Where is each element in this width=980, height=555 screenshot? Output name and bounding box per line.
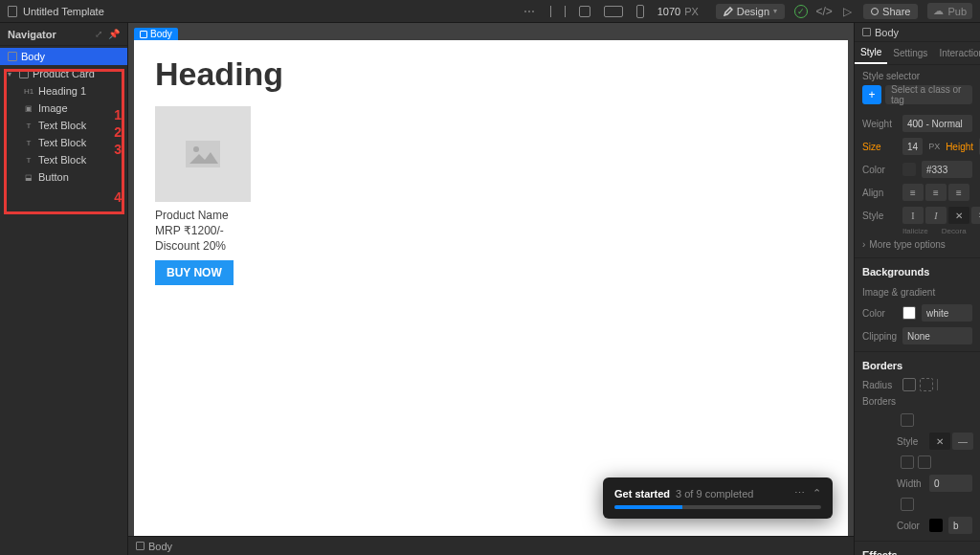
style-panel: Body Style Settings Interactions Style s…	[854, 23, 980, 555]
box-icon	[8, 52, 17, 61]
clipping-select[interactable]: None	[902, 327, 972, 344]
box-icon	[140, 31, 147, 38]
navigator-tools[interactable]: ⤢📌	[95, 29, 120, 39]
nav-item-image[interactable]: ▣ Image	[0, 100, 127, 117]
italic-normal-button[interactable]: I	[902, 207, 924, 224]
device-crop-icon[interactable]	[550, 6, 566, 17]
design-mode-button[interactable]: Design ▾	[716, 4, 785, 19]
radius-label: Radius	[862, 380, 897, 390]
italic-button[interactable]: I	[925, 207, 947, 224]
border-color-swatch[interactable]	[929, 519, 943, 532]
nav-item-label: Button	[38, 171, 123, 183]
style-tabs: Style Settings Interactions	[855, 42, 980, 65]
share-label: Share	[882, 6, 910, 17]
h1-icon: H1	[23, 87, 34, 96]
heading-element[interactable]: Heading	[155, 56, 827, 93]
radius-all-button[interactable]	[902, 378, 916, 391]
align-right-button[interactable]: ≡	[948, 184, 969, 201]
toast-progress-text: 3 of 9 completed	[676, 488, 753, 500]
tab-interactions[interactable]: Interactions	[933, 42, 980, 64]
breadcrumb-body[interactable]: Body	[148, 541, 172, 552]
border-side-button[interactable]	[901, 498, 914, 511]
svg-point-1	[193, 146, 199, 152]
border-width-input[interactable]: 0	[929, 475, 972, 492]
italic-sublabel: Italicize	[897, 227, 934, 235]
align-left-button[interactable]: ≡	[902, 184, 924, 201]
page-title[interactable]: Untitled Template	[23, 6, 104, 17]
toast-title: Get started	[614, 488, 670, 500]
more-type-options[interactable]: › More type options	[855, 235, 980, 254]
selector-input[interactable]: Select a class or tag	[885, 85, 972, 104]
toast-progress-fill	[614, 505, 682, 509]
strikethrough-button[interactable]: ∓	[971, 207, 980, 224]
nav-item-text-block[interactable]: T Text Block	[0, 117, 127, 134]
text-style-buttons: I I ✕ ∓	[902, 207, 980, 224]
text-discount[interactable]: Discount 20%	[155, 238, 827, 254]
device-desktop-icon[interactable]	[604, 6, 623, 17]
text-color-swatch[interactable]	[902, 163, 916, 176]
border-side-button[interactable]	[918, 455, 931, 469]
bg-color-swatch[interactable]	[902, 306, 916, 320]
buy-now-button[interactable]: BUY NOW	[155, 260, 234, 285]
more-icon[interactable]: ⋯	[523, 5, 537, 18]
border-side-button[interactable]	[901, 413, 914, 427]
radius-individual-button[interactable]	[920, 378, 933, 391]
border-style-solid-button[interactable]: —	[952, 433, 973, 450]
text-icon: T	[23, 122, 34, 130]
navigator-panel: Navigator ⤢📌 Body ▾ Product Card H1 Head…	[0, 23, 128, 555]
nav-item-text-block[interactable]: T Text Block	[0, 134, 127, 151]
backgrounds-header: Backgrounds	[855, 257, 980, 281]
add-selector-button[interactable]: +	[862, 85, 881, 104]
borders-header: Borders	[855, 351, 980, 375]
share-button[interactable]: Share	[863, 4, 918, 19]
nav-item-text-block[interactable]: T Text Block	[0, 151, 127, 168]
image-placeholder[interactable]	[155, 106, 251, 202]
decoration-none-button[interactable]: ✕	[948, 207, 969, 224]
size-input[interactable]: 14	[902, 138, 923, 155]
selected-element-chip[interactable]: Body	[134, 28, 178, 40]
canvas-width[interactable]: 1070	[657, 6, 680, 17]
border-side-button[interactable]	[901, 455, 914, 469]
chevron-up-icon[interactable]: ⌃	[813, 487, 821, 500]
nav-item-button[interactable]: ⬓ Button	[0, 168, 127, 186]
tab-settings[interactable]: Settings	[887, 42, 933, 64]
text-color-value[interactable]: #333	[922, 161, 972, 178]
border-style-none-button[interactable]: ✕	[929, 433, 950, 450]
canvas-frame[interactable]: Heading Product Name MRP ₹1200/- Discoun…	[134, 40, 848, 549]
chip-label: Body	[150, 29, 172, 39]
style-breadcrumb[interactable]: Body	[855, 23, 980, 42]
weight-label: Weight	[862, 119, 897, 129]
topbar: Untitled Template ⋯ 1070 PX Design ▾ ✓ <…	[0, 0, 980, 23]
chevron-down-icon[interactable]: ▾	[8, 70, 15, 78]
collapse-icon[interactable]: ⤢	[95, 29, 102, 39]
nav-item-label: Text Block	[38, 154, 123, 166]
text-mrp[interactable]: MRP ₹1200/-	[155, 223, 827, 238]
image-icon: ▣	[23, 104, 34, 113]
weight-select[interactable]: 400 - Normal	[902, 115, 972, 132]
device-mobile-icon[interactable]	[636, 5, 644, 18]
check-icon[interactable]: ✓	[794, 5, 808, 18]
nav-item-product-card[interactable]: ▾ Product Card	[0, 65, 127, 82]
nav-item-label: Product Card	[33, 68, 123, 79]
align-center-button[interactable]: ≡	[925, 184, 947, 201]
text-product-name[interactable]: Product Name	[155, 208, 827, 223]
canvas-unit: PX	[684, 6, 699, 17]
border-color-value[interactable]: b	[948, 517, 972, 534]
person-icon	[871, 8, 879, 15]
bg-image-label: Image & gradient	[855, 281, 980, 301]
publish-button[interactable]: ☁ Pub	[927, 3, 972, 19]
nav-item-body[interactable]: Body	[0, 48, 127, 65]
bg-color-value[interactable]: white	[922, 304, 972, 322]
toast-progress-bar	[614, 505, 821, 509]
more-icon[interactable]: ⋯	[794, 487, 805, 500]
preview-icon[interactable]: ▷	[840, 5, 854, 18]
text-icon: T	[23, 139, 34, 147]
tab-style[interactable]: Style	[855, 42, 887, 64]
divider	[937, 379, 938, 390]
code-icon[interactable]: </>	[817, 5, 831, 18]
size-unit: PX	[928, 142, 940, 151]
device-tablet-icon[interactable]	[579, 6, 590, 17]
pin-icon[interactable]: 📌	[108, 29, 120, 39]
nav-item-heading[interactable]: H1 Heading 1	[0, 82, 127, 100]
annotation-2: 2	[114, 124, 122, 140]
